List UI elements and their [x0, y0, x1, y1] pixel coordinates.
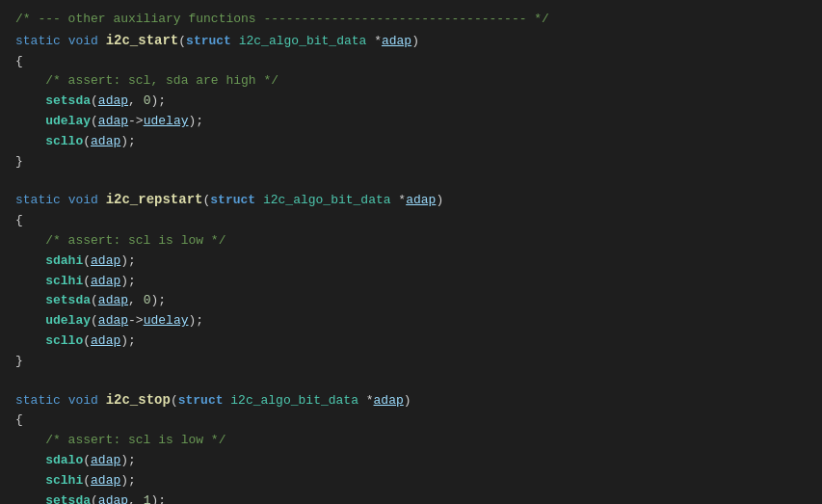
call-sdahi: sdahi(adap);: [15, 252, 807, 272]
func-signature-i2c-stop: static void i2c_stop(struct i2c_algo_bit…: [15, 389, 807, 411]
call-setsda-2: setsda(adap, 0);: [15, 291, 807, 311]
call-sdalo: sdalo(adap);: [15, 451, 807, 471]
call-scllo-1: scllo(adap);: [15, 132, 807, 152]
call-udelay-1: udelay(adap->udelay);: [15, 112, 807, 132]
brace-close-1: }: [15, 152, 807, 172]
comment-separator: /* --- other auxiliary functions -------…: [15, 10, 807, 30]
code-block-i2c-stop: static void i2c_stop(struct i2c_algo_bit…: [15, 389, 807, 504]
brace-open-2: {: [15, 211, 807, 231]
call-sclhi-2: sclhi(adap);: [15, 471, 807, 491]
call-scllo-2: scllo(adap);: [15, 332, 807, 352]
call-setsda-1: setsda(adap, 0);: [15, 92, 807, 112]
call-sclhi-1: sclhi(adap);: [15, 272, 807, 292]
func-signature-i2c-start: static void i2c_start(struct i2c_algo_bi…: [15, 30, 807, 52]
call-setsda-3: setsda(adap, 1);: [15, 491, 807, 504]
func-signature-i2c-repstart: static void i2c_repstart(struct i2c_algo…: [15, 189, 807, 211]
code-block-i2c-repstart: static void i2c_repstart(struct i2c_algo…: [15, 189, 807, 371]
brace-open-3: {: [15, 411, 807, 431]
comment-high: /* assert: scl, sda are high */: [15, 71, 807, 92]
brace-open-1: {: [15, 52, 807, 72]
code-container: /* --- other auxiliary functions -------…: [0, 0, 822, 504]
brace-close-2: }: [15, 352, 807, 372]
comment-scl-low-2: /* assert: scl is low */: [15, 431, 807, 451]
code-block-i2c-start: /* --- other auxiliary functions -------…: [15, 10, 807, 172]
call-udelay-2: udelay(adap->udelay);: [15, 311, 807, 332]
comment-scl-low-1: /* assert: scl is low */: [15, 231, 807, 252]
